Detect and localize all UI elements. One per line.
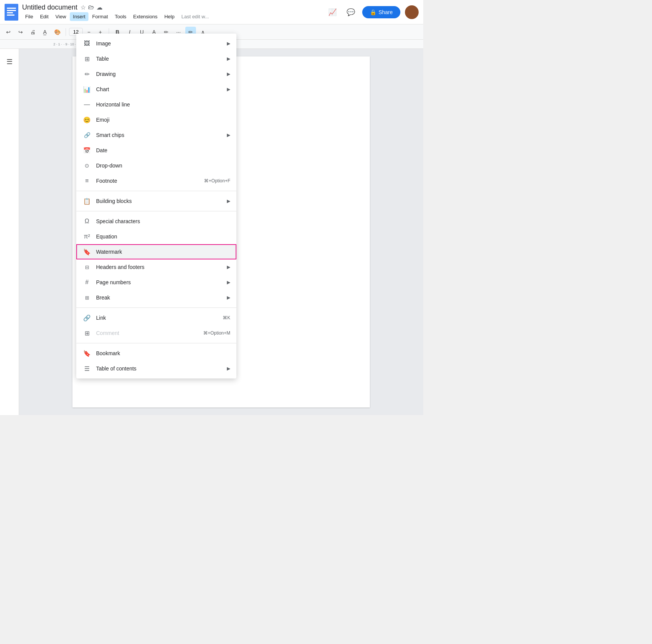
- user-avatar[interactable]: [405, 5, 419, 19]
- side-panel: ☰: [0, 49, 19, 415]
- print-button[interactable]: 🖨: [27, 27, 38, 37]
- building-blocks-arrow: ▶: [227, 198, 230, 204]
- special-characters-icon: Ω: [82, 217, 92, 226]
- footnote-shortcut: ⌘+Option+F: [204, 178, 230, 184]
- smart-chips-icon: 🔗: [82, 130, 92, 140]
- menu-edit[interactable]: Edit: [37, 12, 51, 21]
- insert-dropdown-menu: 🖼 Image ▶ ⊞ Table ▶ ✏ Drawing ▶ 📊 Chart …: [76, 34, 236, 378]
- toc-icon: ☰: [82, 364, 92, 373]
- divider-3: [76, 308, 236, 308]
- title-icons: ☆ 🗁 ☁: [80, 4, 103, 11]
- comment-icon[interactable]: 💬: [344, 5, 358, 19]
- menu-format[interactable]: Format: [89, 12, 111, 21]
- comment-plus-icon: ⊞: [82, 328, 92, 338]
- watermark-label: Watermark: [96, 249, 230, 255]
- menu-item-equation[interactable]: π² Equation: [76, 229, 236, 244]
- ruler-scale: 2 · 1 ·: [53, 42, 62, 46]
- page-numbers-icon: #: [82, 278, 92, 287]
- drawing-icon: ✏: [82, 69, 92, 79]
- share-button[interactable]: 🔒 Share: [362, 6, 400, 18]
- image-arrow: ▶: [227, 41, 230, 46]
- break-arrow: ▶: [227, 295, 230, 300]
- paint-format-button[interactable]: 🎨: [52, 27, 63, 37]
- menu-item-drawing[interactable]: ✏ Drawing ▶: [76, 66, 236, 82]
- menu-view[interactable]: View: [52, 12, 69, 21]
- menu-item-bookmark[interactable]: 🔖 Bookmark: [76, 346, 236, 361]
- dropdown-icon: ⊙: [82, 161, 92, 170]
- svg-rect-2: [7, 10, 16, 11]
- headers-footers-label: Headers and footers: [96, 264, 227, 270]
- menu-item-date[interactable]: 📅 Date: [76, 143, 236, 158]
- menu-item-horizontal-line[interactable]: — Horizontal line: [76, 97, 236, 112]
- undo-button[interactable]: ↩: [3, 27, 14, 37]
- comment-label: Comment: [96, 330, 203, 336]
- spellcheck-button[interactable]: A̲: [40, 27, 50, 37]
- svg-rect-4: [7, 14, 14, 16]
- table-arrow: ▶: [227, 56, 230, 61]
- star-icon[interactable]: ☆: [80, 4, 86, 11]
- link-label: Link: [96, 315, 223, 321]
- menu-item-comment: ⊞ Comment ⌘+Option+M: [76, 325, 236, 341]
- top-right: 📈 💬 🔒 Share: [326, 5, 419, 19]
- chart-label: Chart: [96, 86, 227, 92]
- divider-2: [76, 211, 236, 211]
- menu-item-watermark[interactable]: 🔖 Watermark: [76, 244, 236, 259]
- drawing-arrow: ▶: [227, 71, 230, 77]
- menu-item-image[interactable]: 🖼 Image ▶: [76, 36, 236, 51]
- svg-rect-3: [7, 12, 13, 13]
- footnote-icon: ≡: [82, 176, 92, 185]
- horizontal-line-label: Horizontal line: [96, 101, 230, 108]
- menu-file[interactable]: File: [22, 12, 36, 21]
- last-edit: Last edit w...: [181, 14, 209, 19]
- page-numbers-label: Page numbers: [96, 279, 227, 285]
- menu-item-table[interactable]: ⊞ Table ▶: [76, 51, 236, 66]
- date-icon: 📅: [82, 146, 92, 155]
- doc-title[interactable]: Untitled document: [22, 3, 77, 11]
- menu-item-emoji[interactable]: 😊 Emoji: [76, 112, 236, 127]
- menu-item-headers-footers[interactable]: ⊟ Headers and footers ▶: [76, 259, 236, 275]
- divider-4: [76, 343, 236, 343]
- menu-item-special-characters[interactable]: Ω Special characters: [76, 214, 236, 229]
- menu-tools[interactable]: Tools: [112, 12, 129, 21]
- divider-1: [76, 191, 236, 191]
- menu-item-dropdown[interactable]: ⊙ Drop-down: [76, 158, 236, 173]
- menu-item-page-numbers[interactable]: # Page numbers ▶: [76, 275, 236, 290]
- comment-shortcut: ⌘+Option+M: [203, 330, 230, 336]
- activity-icon[interactable]: 📈: [326, 5, 339, 19]
- image-label: Image: [96, 40, 227, 47]
- menu-item-table-of-contents[interactable]: ☰ Table of contents ▶: [76, 361, 236, 376]
- outline-icon[interactable]: ☰: [3, 55, 16, 69]
- bookmark-label: Bookmark: [96, 350, 230, 356]
- toc-label: Table of contents: [96, 365, 227, 372]
- building-blocks-icon: 📋: [82, 196, 92, 206]
- equation-label: Equation: [96, 233, 230, 240]
- page-numbers-arrow: ▶: [227, 280, 230, 285]
- menu-item-link[interactable]: 🔗 Link ⌘K: [76, 310, 236, 325]
- app-icon[interactable]: [5, 4, 18, 21]
- doc-title-area: Untitled document ☆ 🗁 ☁ File Edit View I…: [22, 3, 322, 21]
- break-label: Break: [96, 295, 227, 301]
- menu-item-footnote[interactable]: ≡ Footnote ⌘+Option+F: [76, 173, 236, 188]
- folder-icon[interactable]: 🗁: [88, 4, 94, 11]
- menu-help[interactable]: Help: [161, 12, 178, 21]
- chart-arrow: ▶: [227, 87, 230, 92]
- redo-button[interactable]: ↪: [15, 27, 26, 37]
- break-icon: ⊞: [82, 293, 92, 302]
- horizontal-line-icon: —: [82, 100, 92, 109]
- menu-insert[interactable]: Insert: [70, 12, 88, 21]
- lock-icon: 🔒: [370, 9, 376, 15]
- menu-item-smart-chips[interactable]: 🔗 Smart chips ▶: [76, 127, 236, 143]
- svg-rect-1: [7, 8, 16, 9]
- headers-footers-icon: ⊟: [82, 262, 92, 272]
- menu-item-chart[interactable]: 📊 Chart ▶: [76, 82, 236, 97]
- smart-chips-label: Smart chips: [96, 132, 227, 138]
- menu-item-building-blocks[interactable]: 📋 Building blocks ▶: [76, 193, 236, 209]
- cloud-icon[interactable]: ☁: [96, 4, 103, 11]
- menu-extensions[interactable]: Extensions: [130, 12, 161, 21]
- date-label: Date: [96, 147, 230, 153]
- building-blocks-label: Building blocks: [96, 198, 227, 204]
- table-label: Table: [96, 56, 227, 62]
- menu-item-break[interactable]: ⊞ Break ▶: [76, 290, 236, 305]
- image-icon: 🖼: [82, 39, 92, 48]
- link-shortcut: ⌘K: [223, 315, 230, 320]
